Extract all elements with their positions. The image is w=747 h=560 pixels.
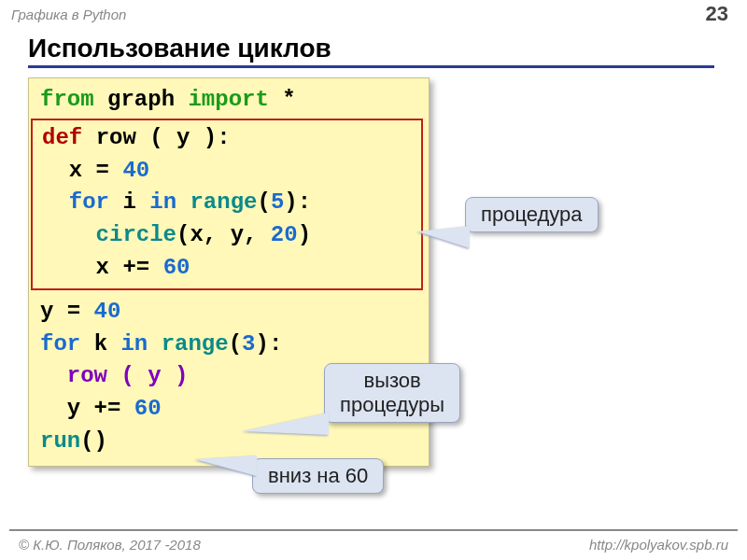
footer-copyright: © К.Ю. Поляков, 2017 -2018 (19, 537, 201, 553)
code-line-2: def row ( y ): (42, 122, 416, 155)
code-line-1: from graph import * (40, 84, 417, 117)
callout-procedure: процедура (465, 197, 599, 232)
code-line-7: y = 40 (40, 296, 417, 329)
callout-pointer (195, 455, 257, 476)
callout-procedure-call: вызов процедуры (324, 363, 460, 423)
page-title: Использование циклов (28, 34, 714, 68)
footer-url: http://kpolyakov.spb.ru (589, 537, 728, 553)
code-line-8: for k in range(3): (40, 329, 417, 361)
code-line-5: circle(x, y, 20) (42, 219, 416, 252)
callout-pointer (243, 413, 329, 435)
code-line-11: run() (40, 426, 417, 458)
page-number: 23 (706, 2, 728, 26)
code-line-6: x += 60 (42, 252, 416, 285)
procedure-definition-box: def row ( y ): x = 40 for i in range(5):… (31, 119, 423, 290)
callout-pointer (417, 226, 470, 248)
footer: © К.Ю. Поляков, 2017 -2018 http://kpolya… (9, 529, 738, 553)
callout-down-60: вниз на 60 (252, 458, 384, 494)
code-line-3: x = 40 (42, 155, 416, 188)
code-line-4: for i in range(5): (42, 187, 416, 219)
top-bar: Графика в Python 23 (0, 0, 747, 26)
breadcrumb: Графика в Python (11, 7, 126, 22)
code-area: from graph import * def row ( y ): x = 4… (28, 77, 714, 467)
